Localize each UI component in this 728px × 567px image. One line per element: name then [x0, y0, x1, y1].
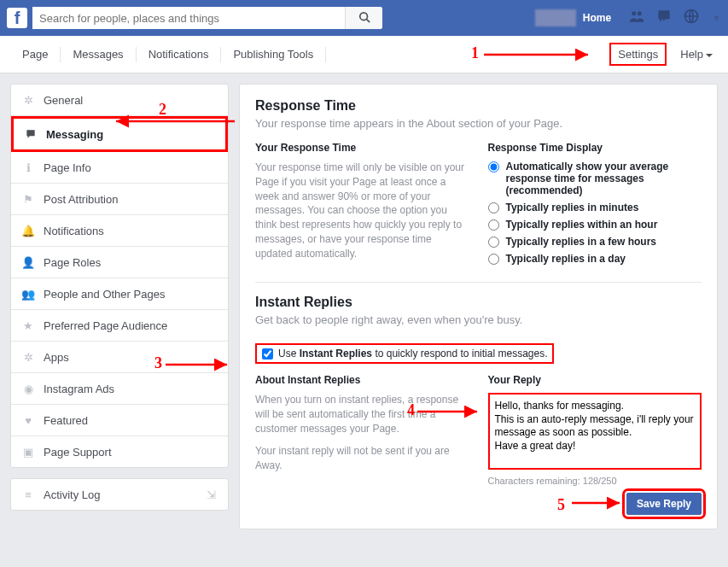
sidebar-item-messaging[interactable]: Messaging — [11, 116, 228, 152]
your-reply-heading: Your Reply — [488, 374, 702, 386]
about-instant-replies-heading: About Instant Replies — [255, 374, 469, 386]
people-icon: 👥 — [21, 287, 35, 301]
nav-notifications[interactable]: Notifications — [137, 47, 222, 62]
response-time-title: Response Time — [255, 98, 702, 114]
sidebar-item-label: Messaging — [46, 128, 103, 141]
svg-line-1 — [366, 19, 370, 22]
sidebar-item-label: General — [44, 94, 83, 107]
instagram-icon: ◉ — [21, 382, 35, 395]
sidebar-item-label: Page Support — [44, 446, 112, 459]
radio-minutes-input[interactable] — [488, 202, 499, 213]
sidebar-item-post-attribution[interactable]: ⚑ Post Attribution — [11, 184, 228, 215]
sidebar-item-label: Featured — [44, 414, 88, 427]
radio-hour[interactable]: Typically replies within an hour — [488, 219, 702, 231]
heart-icon: ♥ — [21, 413, 35, 427]
sidebar-item-support[interactable]: ▣ Page Support — [11, 436, 228, 467]
about-instant-replies-body: When you turn on instant replies, a resp… — [255, 393, 469, 435]
sidebar-item-activity-log[interactable]: ≡ Activity Log ⇲ — [11, 479, 228, 510]
sidebar-item-label: Page Roles — [44, 256, 101, 269]
account-dropdown-icon[interactable]: ▼ — [712, 13, 721, 23]
sidebar-item-label: Notifications — [44, 225, 104, 237]
home-link[interactable]: Home — [583, 12, 611, 24]
sidebar-item-label: Post Attribution — [44, 193, 118, 206]
sidebar-item-label: Instagram Ads — [44, 383, 114, 395]
radio-minutes[interactable]: Typically replies in minutes — [488, 202, 702, 213]
radio-few-hours[interactable]: Typically replies in a few hours — [488, 236, 702, 248]
radio-hour-input[interactable] — [488, 219, 499, 231]
sidebar-item-label: People and Other Pages — [44, 288, 165, 301]
save-reply-button[interactable]: Save Reply — [626, 493, 702, 515]
reply-textarea[interactable] — [488, 393, 702, 470]
messages-icon[interactable] — [655, 8, 673, 29]
page-nav: Page Messages Notifications Publishing T… — [0, 36, 728, 73]
help-link[interactable]: Help — [667, 48, 718, 61]
person-icon: 👤 — [21, 255, 35, 269]
sidebar-item-apps[interactable]: ✲ Apps — [11, 342, 228, 373]
annotation-1: 1 — [471, 44, 479, 62]
info-icon: ℹ — [21, 161, 35, 174]
chat-icon — [24, 127, 38, 141]
apps-icon: ✲ — [21, 350, 35, 364]
search-wrap — [32, 7, 382, 29]
svg-point-3 — [638, 11, 642, 15]
search-input[interactable] — [32, 7, 345, 29]
globe-icon[interactable] — [683, 8, 700, 29]
about-instant-replies-note: Your instant reply will not be sent if y… — [255, 444, 469, 473]
list-icon: ≡ — [21, 488, 35, 501]
response-time-display-heading: Response Time Display — [488, 142, 702, 154]
your-response-time-body: Your response time will only be visible … — [255, 161, 469, 261]
sidebar-item-featured[interactable]: ♥ Featured — [11, 405, 228, 436]
avatar[interactable] — [535, 9, 576, 26]
sidebar-item-notifications[interactable]: 🔔 Notifications — [11, 215, 228, 247]
sidebar-item-page-roles[interactable]: 👤 Page Roles — [11, 247, 228, 278]
nav-page[interactable]: Page — [10, 47, 61, 62]
search-button[interactable] — [345, 7, 382, 29]
main-content: Response Time Your response time appears… — [239, 84, 718, 529]
external-icon: ⇲ — [204, 488, 218, 501]
sidebar-item-label: Preferred Page Audience — [44, 319, 167, 332]
radio-few-hours-input[interactable] — [488, 237, 499, 248]
friends-icon[interactable] — [628, 8, 645, 29]
svg-point-0 — [359, 12, 367, 20]
support-icon: ▣ — [21, 445, 35, 459]
flag-icon: ⚑ — [21, 192, 35, 206]
sidebar-item-people[interactable]: 👥 People and Other Pages — [11, 278, 228, 310]
svg-point-2 — [632, 11, 636, 15]
your-response-time-heading: Your Response Time — [255, 142, 469, 154]
nav-messages[interactable]: Messages — [61, 47, 136, 62]
topbar: f Home ▼ — [0, 0, 728, 36]
main-container: 2 ✲ General Messaging ℹ Page Info ⚑ Post… — [0, 73, 728, 540]
radio-auto[interactable]: Automatically show your average response… — [488, 161, 702, 196]
char-count: Characters remaining: 128/250 — [488, 476, 702, 486]
sidebar-item-label: Apps — [44, 351, 69, 364]
facebook-logo[interactable]: f — [7, 8, 27, 28]
annotation-5: 5 — [557, 496, 565, 514]
sidebar-item-label: Page Info — [44, 161, 91, 174]
nav-publishing[interactable]: Publishing Tools — [221, 47, 326, 62]
radio-auto-input[interactable] — [488, 161, 499, 172]
instant-replies-checkbox[interactable] — [262, 348, 273, 359]
instant-replies-title: Instant Replies — [255, 295, 702, 310]
sidebar-item-general[interactable]: ✲ General — [11, 85, 228, 116]
sidebar-item-page-info[interactable]: ℹ Page Info — [11, 152, 228, 184]
star-icon: ★ — [21, 319, 35, 332]
bell-icon: 🔔 — [21, 224, 35, 237]
sidebar: ✲ General Messaging ℹ Page Info ⚑ Post A… — [10, 84, 229, 529]
sidebar-item-instagram[interactable]: ◉ Instagram Ads — [11, 373, 228, 405]
search-icon — [358, 11, 370, 23]
radio-day-input[interactable] — [488, 254, 499, 265]
response-time-subtitle: Your response time appears in the About … — [255, 117, 702, 130]
sidebar-item-label: Activity Log — [44, 488, 100, 501]
radio-day[interactable]: Typically replies in a day — [488, 253, 702, 265]
sidebar-item-audience[interactable]: ★ Preferred Page Audience — [11, 310, 228, 342]
instant-replies-checkbox-row[interactable]: Use Instant Replies to quickly respond t… — [255, 343, 554, 364]
gear-icon: ✲ — [21, 93, 35, 107]
settings-link[interactable]: Settings — [609, 43, 667, 66]
instant-replies-subtitle: Get back to people right away, even when… — [255, 313, 702, 326]
